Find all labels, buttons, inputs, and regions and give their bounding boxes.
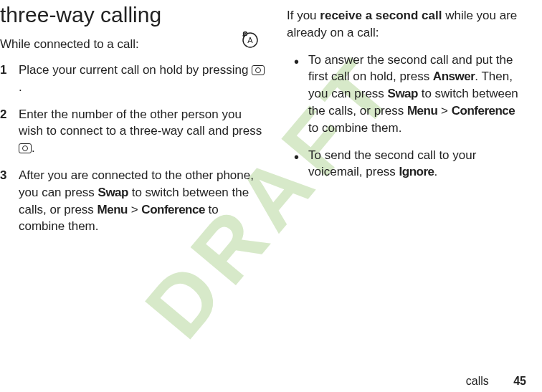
- step-text: .: [19, 80, 22, 94]
- menu-label: Menu: [98, 203, 128, 216]
- intro-bold: receive a second call: [320, 9, 442, 22]
- right-column: If you receive a second call while you a…: [287, 3, 528, 245]
- ignore-label: Ignore: [399, 165, 434, 178]
- right-intro: If you receive a second call while you a…: [287, 7, 528, 42]
- gt-symbol: >: [128, 203, 141, 216]
- bullet-text: to combine them.: [308, 121, 401, 135]
- footer-page-number: 45: [513, 375, 526, 387]
- feature-icon-wrap: A: [241, 30, 260, 52]
- send-key-icon: [19, 143, 32, 153]
- step-item: Place your current call on hold by press…: [0, 62, 265, 96]
- steps-list: Place your current call on hold by press…: [0, 62, 265, 235]
- swap-label: Swap: [98, 186, 128, 199]
- conference-label: Conference: [141, 203, 205, 216]
- bullet-item: To send the second call to your voicemai…: [287, 147, 528, 181]
- step-text: Place your current call on hold by press…: [19, 63, 252, 77]
- answer-label: Answer: [433, 70, 475, 83]
- step-item: Enter the number of the other person you…: [0, 106, 265, 157]
- svg-text:A: A: [247, 36, 253, 44]
- step-text: Enter the number of the other person you…: [19, 107, 262, 138]
- step-text: .: [32, 141, 35, 155]
- bullets-list: To answer the second call and put the fi…: [287, 52, 528, 181]
- footer-section: calls: [466, 375, 489, 387]
- section-heading: three-way calling: [0, 3, 265, 27]
- intro-text: While connected to a call:: [0, 37, 265, 52]
- menu-label: Menu: [407, 104, 437, 118]
- intro-pre: If you: [287, 9, 320, 22]
- accessibility-feature-icon: A: [241, 30, 260, 49]
- conference-label: Conference: [452, 104, 515, 118]
- swap-label: Swap: [388, 87, 418, 100]
- bullet-item: To answer the second call and put the fi…: [287, 52, 528, 137]
- page-content: A three-way calling While connected to a…: [0, 0, 542, 245]
- left-column: A three-way calling While connected to a…: [0, 3, 265, 245]
- bullet-text: To send the second call to your voicemai…: [308, 148, 476, 179]
- send-key-icon: [252, 65, 265, 75]
- bullet-text: .: [434, 165, 438, 178]
- gt-symbol: >: [437, 104, 451, 118]
- page-footer: calls 45: [466, 375, 526, 388]
- step-item: After you are connected to the other pho…: [0, 167, 265, 235]
